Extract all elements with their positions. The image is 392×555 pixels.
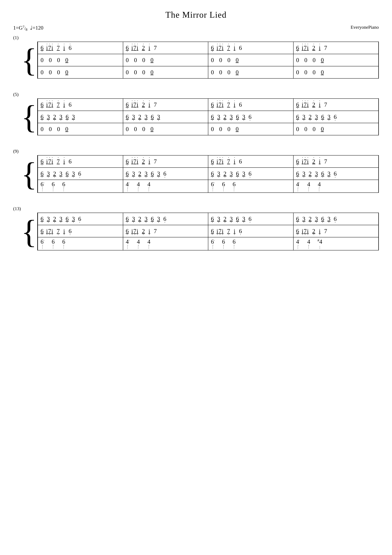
s13m-n13: i [149, 228, 150, 234]
note-2-m2: 2 [142, 44, 145, 51]
measure-9b-2: 4· ⋮ 4 ⋮ 4 ⋮ [123, 180, 208, 192]
measure-5m-4: 6 3 2 3 6 3 6 [293, 111, 379, 123]
s9-n12: 2 [142, 158, 145, 165]
s9m-n14: 6 [164, 170, 166, 177]
rest-0-6: 0 [134, 57, 137, 64]
s13-n20: 3 [242, 215, 245, 222]
s5m-n11: 6 [151, 113, 154, 120]
rest-0-1: 0 [41, 57, 43, 64]
note-i-m2a: i [131, 44, 133, 51]
s13m-n10: 7 [133, 228, 136, 234]
s5-n26: 2 [312, 101, 315, 108]
s5m-n17: 6 [236, 113, 239, 120]
measure-9m-3: 6 3 2 3 6 3 6 [208, 168, 293, 180]
s13m-n8: 6 [126, 228, 129, 234]
s9-n25: i [307, 158, 309, 165]
row-1-bass1: 0 0 0 0 0 0 0 0 0 0 0 0 0 [38, 54, 379, 66]
measure-2-3: 0 0 0 0 [208, 54, 293, 66]
s5m-n16: 3 [230, 113, 233, 120]
s13-n23: 3 [302, 215, 306, 222]
brace-5: { [21, 98, 37, 135]
rest-0-16: 0 [321, 57, 324, 64]
s5-n18: i [222, 101, 223, 108]
rest-0-22: 0 [134, 69, 137, 76]
measure-5-1: 6 i7i 7 i 6 [38, 99, 123, 111]
measure-9-2: 6 i7i 2 i 7 [123, 155, 208, 167]
note-7-m3b: 7 [227, 44, 230, 51]
row-5-melody: 6 i7i 7 i 6 6 i7i 2 i 7 [38, 98, 379, 111]
s5m-n15: 2 [223, 113, 226, 120]
note-7-m4a: 7 [304, 44, 307, 51]
s5b-n2: 0 [49, 126, 52, 132]
s13-n2: 3 [47, 215, 50, 222]
s5-n4: i [51, 101, 53, 108]
rest-0-14: 0 [304, 57, 307, 64]
s5-n28: 7 [324, 101, 327, 108]
s13m-n15: 6 [211, 228, 214, 234]
measure-1-1: 6 i7i 7 i 6 [38, 42, 123, 54]
s9-n11: i [137, 158, 138, 165]
note-i-m3c: i [234, 44, 235, 51]
s5-n24: 7 [304, 101, 307, 108]
s9m-n2: 3 [47, 170, 50, 177]
rest-0-9: 0 [211, 57, 214, 64]
measure-2-1: 0 0 0 0 [38, 54, 123, 66]
s9m-n20: 3 [242, 170, 245, 177]
rest-0-32: 0 [321, 69, 324, 76]
s13b-chord2: 6 ⋮ [51, 238, 55, 249]
measure-1-3: 6 i7i 7 i 6 [208, 42, 293, 54]
s9-n2: i [46, 158, 48, 165]
s13-n4: 3 [59, 215, 62, 222]
s5b-n13: 0 [296, 126, 299, 132]
s9b-chord11: 4 ⋮ [307, 181, 311, 192]
s13-n16: 3 [217, 215, 220, 222]
measure-13b-1: 6· ⋮ 6 ⋮ 6 ⋮ [38, 237, 123, 250]
note-6-m4: 6 [296, 44, 299, 51]
s13m-n12: 2 [142, 228, 145, 234]
rest-0-12: 0 [236, 57, 239, 64]
s13m-n7: 6 [69, 228, 71, 234]
s9-n22: 6 [296, 158, 299, 165]
row-1-bass2: 0 0 0 0 0 0 0 0 0 0 0 0 0 [38, 66, 379, 79]
section-number-1: (1) [13, 35, 379, 40]
s5m-n13: 6 [211, 113, 214, 120]
s5m-n8: 3 [132, 113, 135, 120]
rest-0-25: 0 [211, 69, 214, 76]
measure-9-3: 6 i7i 7 i 6 [208, 155, 293, 167]
measure-5-3: 6 i7i 7 i 6 [208, 99, 293, 111]
s9m-n7: 6 [78, 170, 81, 177]
s9-n21: 6 [239, 158, 242, 165]
section-number-5: (5) [13, 92, 379, 97]
s5-n21: 6 [239, 101, 242, 108]
s13-n1: 6 [41, 215, 43, 222]
s13-n15: 6 [211, 215, 214, 222]
measure-3-4: 0 0 0 0 [293, 66, 379, 78]
measure-9b-3: 6· ⋮ 6 ⋮ 6 ⋮ [208, 180, 293, 192]
s5-n2: i [46, 101, 48, 108]
s13-n19: 6 [236, 215, 239, 222]
s5m-n25: 3 [328, 113, 330, 120]
s9m-n19: 6 [236, 170, 239, 177]
s5b-n10: 0 [219, 126, 222, 132]
s13-n18: 3 [230, 215, 233, 222]
s9-n10: 7 [133, 158, 136, 165]
note-2-m4: 2 [312, 44, 315, 51]
s13b-chord9: 6 ⋮ [232, 238, 236, 249]
s5m-n21: 3 [302, 113, 306, 120]
s9-n24: 7 [304, 158, 307, 165]
s9-n26: 2 [312, 158, 315, 165]
s13m-n22: 6 [296, 228, 299, 234]
brace-13: { [21, 213, 37, 250]
s9m-n8: 6 [126, 170, 129, 177]
s5m-n1: 6 [41, 113, 43, 120]
note-i2: i [51, 44, 53, 51]
measure-13m-4: 6 i7i 2 i 7 [293, 225, 379, 237]
measure-5m-3: 6 3 2 3 6 3 6 [208, 111, 293, 123]
s9b-chord2: 6 ⋮ [51, 181, 55, 192]
s9m-n5: 6 [66, 170, 69, 177]
s13m-n20: i [234, 228, 235, 234]
key-label: 1=G [13, 25, 23, 31]
s5-n12: 2 [142, 101, 145, 108]
measure-5b-4: 0 0 0 0 [293, 123, 379, 135]
s5-n6: i [63, 101, 65, 108]
